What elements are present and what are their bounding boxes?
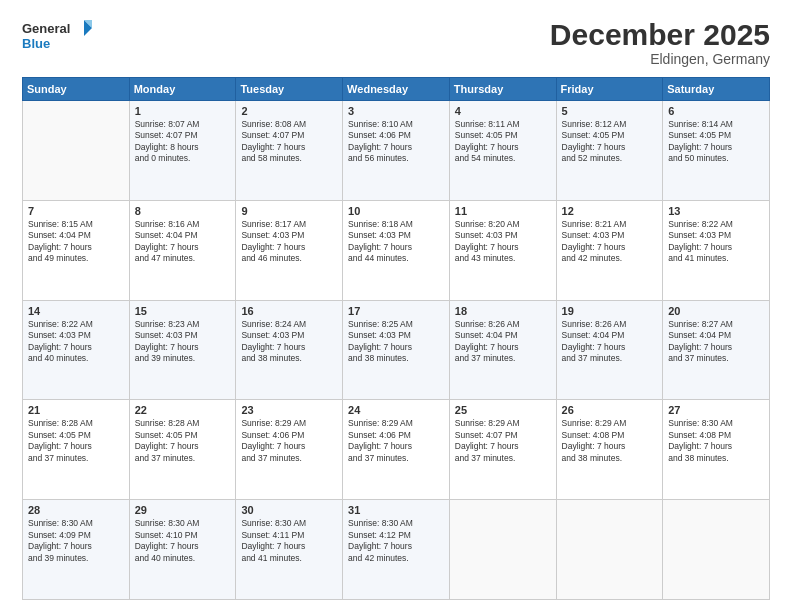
calendar-cell: 31Sunrise: 8:30 AM Sunset: 4:12 PM Dayli… xyxy=(343,500,450,600)
calendar-cell: 24Sunrise: 8:29 AM Sunset: 4:06 PM Dayli… xyxy=(343,400,450,500)
calendar-week-2: 7Sunrise: 8:15 AM Sunset: 4:04 PM Daylig… xyxy=(23,200,770,300)
calendar-cell: 8Sunrise: 8:16 AM Sunset: 4:04 PM Daylig… xyxy=(129,200,236,300)
day-info: Sunrise: 8:16 AM Sunset: 4:04 PM Dayligh… xyxy=(135,219,231,265)
day-info: Sunrise: 8:18 AM Sunset: 4:03 PM Dayligh… xyxy=(348,219,444,265)
calendar-cell: 26Sunrise: 8:29 AM Sunset: 4:08 PM Dayli… xyxy=(556,400,663,500)
calendar-cell: 20Sunrise: 8:27 AM Sunset: 4:04 PM Dayli… xyxy=(663,300,770,400)
calendar-week-5: 28Sunrise: 8:30 AM Sunset: 4:09 PM Dayli… xyxy=(23,500,770,600)
day-number: 28 xyxy=(28,504,124,516)
day-number: 27 xyxy=(668,404,764,416)
day-number: 22 xyxy=(135,404,231,416)
calendar-cell: 4Sunrise: 8:11 AM Sunset: 4:05 PM Daylig… xyxy=(449,101,556,201)
day-number: 6 xyxy=(668,105,764,117)
calendar-cell: 6Sunrise: 8:14 AM Sunset: 4:05 PM Daylig… xyxy=(663,101,770,201)
day-number: 18 xyxy=(455,305,551,317)
calendar-cell: 18Sunrise: 8:26 AM Sunset: 4:04 PM Dayli… xyxy=(449,300,556,400)
calendar-cell: 30Sunrise: 8:30 AM Sunset: 4:11 PM Dayli… xyxy=(236,500,343,600)
day-number: 14 xyxy=(28,305,124,317)
day-info: Sunrise: 8:27 AM Sunset: 4:04 PM Dayligh… xyxy=(668,319,764,365)
day-info: Sunrise: 8:23 AM Sunset: 4:03 PM Dayligh… xyxy=(135,319,231,365)
calendar-cell: 22Sunrise: 8:28 AM Sunset: 4:05 PM Dayli… xyxy=(129,400,236,500)
calendar-cell: 29Sunrise: 8:30 AM Sunset: 4:10 PM Dayli… xyxy=(129,500,236,600)
svg-text:General: General xyxy=(22,21,70,36)
calendar-cell: 15Sunrise: 8:23 AM Sunset: 4:03 PM Dayli… xyxy=(129,300,236,400)
day-info: Sunrise: 8:11 AM Sunset: 4:05 PM Dayligh… xyxy=(455,119,551,165)
calendar-header: Sunday Monday Tuesday Wednesday Thursday… xyxy=(23,78,770,101)
day-number: 16 xyxy=(241,305,337,317)
day-number: 20 xyxy=(668,305,764,317)
calendar-week-4: 21Sunrise: 8:28 AM Sunset: 4:05 PM Dayli… xyxy=(23,400,770,500)
calendar-cell: 5Sunrise: 8:12 AM Sunset: 4:05 PM Daylig… xyxy=(556,101,663,201)
calendar-cell: 7Sunrise: 8:15 AM Sunset: 4:04 PM Daylig… xyxy=(23,200,130,300)
day-info: Sunrise: 8:22 AM Sunset: 4:03 PM Dayligh… xyxy=(668,219,764,265)
calendar-cell: 17Sunrise: 8:25 AM Sunset: 4:03 PM Dayli… xyxy=(343,300,450,400)
col-sunday: Sunday xyxy=(23,78,130,101)
day-number: 23 xyxy=(241,404,337,416)
day-info: Sunrise: 8:30 AM Sunset: 4:10 PM Dayligh… xyxy=(135,518,231,564)
calendar-cell: 3Sunrise: 8:10 AM Sunset: 4:06 PM Daylig… xyxy=(343,101,450,201)
day-number: 26 xyxy=(562,404,658,416)
day-number: 29 xyxy=(135,504,231,516)
calendar-cell: 16Sunrise: 8:24 AM Sunset: 4:03 PM Dayli… xyxy=(236,300,343,400)
day-number: 5 xyxy=(562,105,658,117)
logo-svg: General Blue xyxy=(22,18,92,58)
day-info: Sunrise: 8:28 AM Sunset: 4:05 PM Dayligh… xyxy=(135,418,231,464)
calendar-cell: 12Sunrise: 8:21 AM Sunset: 4:03 PM Dayli… xyxy=(556,200,663,300)
day-number: 1 xyxy=(135,105,231,117)
calendar-cell: 10Sunrise: 8:18 AM Sunset: 4:03 PM Dayli… xyxy=(343,200,450,300)
day-info: Sunrise: 8:21 AM Sunset: 4:03 PM Dayligh… xyxy=(562,219,658,265)
day-number: 31 xyxy=(348,504,444,516)
calendar-week-3: 14Sunrise: 8:22 AM Sunset: 4:03 PM Dayli… xyxy=(23,300,770,400)
header-row: Sunday Monday Tuesday Wednesday Thursday… xyxy=(23,78,770,101)
calendar-cell: 14Sunrise: 8:22 AM Sunset: 4:03 PM Dayli… xyxy=(23,300,130,400)
day-info: Sunrise: 8:26 AM Sunset: 4:04 PM Dayligh… xyxy=(562,319,658,365)
day-number: 10 xyxy=(348,205,444,217)
day-number: 13 xyxy=(668,205,764,217)
day-info: Sunrise: 8:29 AM Sunset: 4:08 PM Dayligh… xyxy=(562,418,658,464)
col-friday: Friday xyxy=(556,78,663,101)
day-info: Sunrise: 8:17 AM Sunset: 4:03 PM Dayligh… xyxy=(241,219,337,265)
day-info: Sunrise: 8:14 AM Sunset: 4:05 PM Dayligh… xyxy=(668,119,764,165)
day-number: 3 xyxy=(348,105,444,117)
logo: General Blue xyxy=(22,18,92,58)
col-saturday: Saturday xyxy=(663,78,770,101)
calendar-cell: 9Sunrise: 8:17 AM Sunset: 4:03 PM Daylig… xyxy=(236,200,343,300)
col-tuesday: Tuesday xyxy=(236,78,343,101)
header: General Blue December 2025 Eldingen, Ger… xyxy=(22,18,770,67)
day-info: Sunrise: 8:25 AM Sunset: 4:03 PM Dayligh… xyxy=(348,319,444,365)
day-number: 24 xyxy=(348,404,444,416)
day-number: 9 xyxy=(241,205,337,217)
col-thursday: Thursday xyxy=(449,78,556,101)
title-block: December 2025 Eldingen, Germany xyxy=(550,18,770,67)
day-info: Sunrise: 8:28 AM Sunset: 4:05 PM Dayligh… xyxy=(28,418,124,464)
calendar-cell xyxy=(449,500,556,600)
day-number: 7 xyxy=(28,205,124,217)
day-info: Sunrise: 8:07 AM Sunset: 4:07 PM Dayligh… xyxy=(135,119,231,165)
day-info: Sunrise: 8:29 AM Sunset: 4:06 PM Dayligh… xyxy=(348,418,444,464)
calendar-cell: 1Sunrise: 8:07 AM Sunset: 4:07 PM Daylig… xyxy=(129,101,236,201)
day-number: 25 xyxy=(455,404,551,416)
calendar-cell: 28Sunrise: 8:30 AM Sunset: 4:09 PM Dayli… xyxy=(23,500,130,600)
day-info: Sunrise: 8:30 AM Sunset: 4:12 PM Dayligh… xyxy=(348,518,444,564)
day-info: Sunrise: 8:08 AM Sunset: 4:07 PM Dayligh… xyxy=(241,119,337,165)
calendar-cell: 25Sunrise: 8:29 AM Sunset: 4:07 PM Dayli… xyxy=(449,400,556,500)
calendar-cell: 19Sunrise: 8:26 AM Sunset: 4:04 PM Dayli… xyxy=(556,300,663,400)
day-info: Sunrise: 8:30 AM Sunset: 4:09 PM Dayligh… xyxy=(28,518,124,564)
day-number: 30 xyxy=(241,504,337,516)
svg-text:Blue: Blue xyxy=(22,36,50,51)
calendar-cell: 21Sunrise: 8:28 AM Sunset: 4:05 PM Dayli… xyxy=(23,400,130,500)
day-info: Sunrise: 8:30 AM Sunset: 4:11 PM Dayligh… xyxy=(241,518,337,564)
calendar-week-1: 1Sunrise: 8:07 AM Sunset: 4:07 PM Daylig… xyxy=(23,101,770,201)
day-number: 12 xyxy=(562,205,658,217)
day-number: 19 xyxy=(562,305,658,317)
day-info: Sunrise: 8:30 AM Sunset: 4:08 PM Dayligh… xyxy=(668,418,764,464)
calendar-table: Sunday Monday Tuesday Wednesday Thursday… xyxy=(22,77,770,600)
calendar-cell xyxy=(556,500,663,600)
page: General Blue December 2025 Eldingen, Ger… xyxy=(0,0,792,612)
calendar-cell xyxy=(663,500,770,600)
day-info: Sunrise: 8:24 AM Sunset: 4:03 PM Dayligh… xyxy=(241,319,337,365)
calendar-cell: 27Sunrise: 8:30 AM Sunset: 4:08 PM Dayli… xyxy=(663,400,770,500)
day-number: 21 xyxy=(28,404,124,416)
day-number: 17 xyxy=(348,305,444,317)
day-number: 4 xyxy=(455,105,551,117)
